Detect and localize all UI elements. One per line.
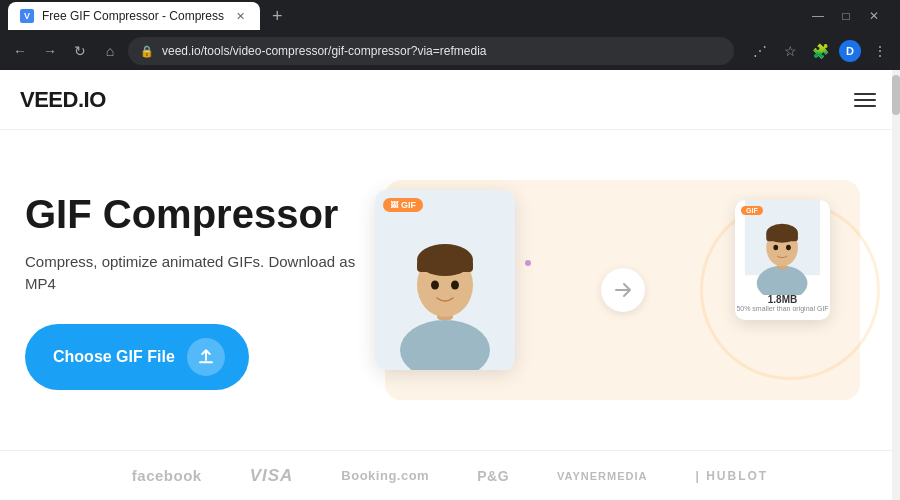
- svg-point-6: [431, 281, 439, 290]
- forward-button[interactable]: →: [38, 39, 62, 63]
- hamburger-menu[interactable]: [850, 89, 880, 111]
- window-controls: — □ ✕: [808, 9, 892, 23]
- upload-icon-circle: [187, 338, 225, 376]
- window-minimize-button[interactable]: —: [808, 9, 828, 23]
- brand-hublot: | HUBLOT: [696, 469, 769, 483]
- brand-facebook: facebook: [132, 467, 202, 484]
- address-bar[interactable]: 🔒 veed.io/tools/video-compressor/gif-com…: [128, 37, 734, 65]
- refresh-button[interactable]: ↻: [68, 39, 92, 63]
- logo[interactable]: VEED.IO: [20, 87, 106, 113]
- svg-point-15: [786, 245, 791, 251]
- gif-badge-large: 🖼 GIF: [383, 198, 423, 212]
- window-close-button[interactable]: ✕: [864, 9, 884, 23]
- svg-point-7: [451, 281, 459, 290]
- tab-favicon: V: [20, 9, 34, 23]
- tab-close-button[interactable]: ✕: [232, 8, 248, 24]
- brand-pg: P&G: [477, 468, 509, 484]
- bookmark-icon[interactable]: ☆: [778, 39, 802, 63]
- browser-chrome: V Free GIF Compressor - Compress ✕ + — □…: [0, 0, 900, 70]
- brands-bar: facebook VISA Booking.com P&G VAYNERMEDI…: [0, 450, 900, 500]
- brand-vaynermedia: VAYNERMEDIA: [557, 470, 647, 482]
- website-content: VEED.IO GIF Compressor Compress, optimiz…: [0, 70, 900, 500]
- size-main: 1.8MB: [735, 294, 830, 305]
- size-label: 1.8MB 50% smaller than original GIF: [735, 294, 830, 312]
- arrow-svg: [611, 278, 635, 302]
- hamburger-line: [854, 93, 876, 95]
- confetti-dot: [525, 260, 531, 266]
- active-tab[interactable]: V Free GIF Compressor - Compress ✕: [8, 2, 260, 30]
- extension-icon[interactable]: 🧩: [808, 39, 832, 63]
- menu-icon[interactable]: ⋮: [868, 39, 892, 63]
- scrollbar[interactable]: [892, 70, 900, 500]
- brand-booking: Booking.com: [341, 468, 429, 483]
- url-text: veed.io/tools/video-compressor/gif-compr…: [162, 44, 722, 58]
- lock-icon: 🔒: [140, 45, 154, 58]
- page-title: GIF Compressor: [25, 191, 365, 237]
- hamburger-line: [854, 99, 876, 101]
- svg-rect-13: [766, 233, 798, 241]
- scrollbar-thumb[interactable]: [892, 75, 900, 115]
- arrow-icon: [601, 268, 645, 312]
- site-header: VEED.IO: [0, 70, 900, 130]
- profile-icon[interactable]: D: [838, 39, 862, 63]
- tab-label: Free GIF Compressor - Compress: [42, 9, 224, 23]
- new-tab-button[interactable]: +: [264, 2, 291, 31]
- photo-card-small: GIF 1.8MB 50% smaller than original GIF: [735, 200, 830, 320]
- choose-gif-button[interactable]: Choose GIF File: [25, 324, 249, 390]
- title-bar: V Free GIF Compressor - Compress ✕ + — □…: [0, 0, 900, 32]
- main-content: GIF Compressor Compress, optimize animat…: [0, 130, 900, 450]
- hero-left: GIF Compressor Compress, optimize animat…: [25, 191, 385, 390]
- gif-badge-small: GIF: [741, 206, 763, 215]
- window-maximize-button[interactable]: □: [836, 9, 856, 23]
- address-bar-row: ← → ↻ ⌂ 🔒 veed.io/tools/video-compressor…: [0, 32, 900, 70]
- svg-point-14: [773, 245, 778, 251]
- hero-illustration: 🖼 GIF: [385, 180, 860, 400]
- toolbar-icons: ⋰ ☆ 🧩 D ⋮: [748, 39, 892, 63]
- hamburger-line: [854, 105, 876, 107]
- photo-card-large: 🖼 GIF: [375, 190, 515, 370]
- brand-visa: VISA: [250, 466, 294, 486]
- back-button[interactable]: ←: [8, 39, 32, 63]
- size-sub: 50% smaller than original GIF: [735, 305, 830, 312]
- home-button[interactable]: ⌂: [98, 39, 122, 63]
- cta-label: Choose GIF File: [53, 348, 175, 366]
- share-icon[interactable]: ⋰: [748, 39, 772, 63]
- svg-rect-5: [417, 260, 473, 272]
- avatar: D: [839, 40, 861, 62]
- person-illustration-large: [375, 190, 515, 370]
- upload-icon: [197, 348, 215, 366]
- page-subtitle: Compress, optimize animated GIFs. Downlo…: [25, 251, 365, 296]
